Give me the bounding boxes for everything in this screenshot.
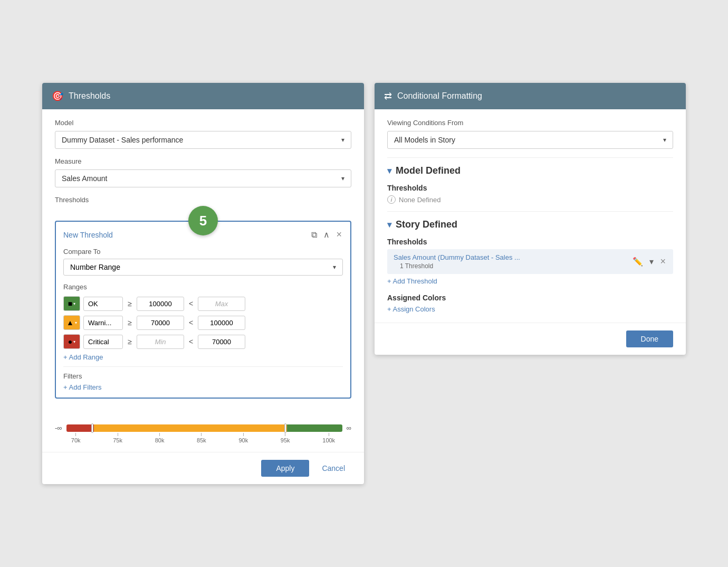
measure-label: Measure: [55, 157, 351, 165]
threshold-card-actions: ⧉ ∧ ×: [310, 228, 343, 241]
story-defined-section[interactable]: ▾ Story Defined: [387, 219, 673, 230]
viewing-conditions-dropdown[interactable]: All Models in Story ▾: [387, 131, 673, 149]
range-row-warning: ▲ ▾ ≥ <: [63, 315, 343, 330]
axis-tick-80k: 80k: [155, 433, 165, 443]
compare-to-dropdown[interactable]: Number Range ▾: [63, 259, 343, 276]
range-label-input-ok[interactable]: [83, 297, 123, 311]
right-panel-body: Viewing Conditions From All Models in St…: [375, 109, 686, 323]
delete-threshold-button[interactable]: ×: [335, 228, 343, 241]
story-defined-title: Story Defined: [396, 219, 457, 230]
measure-dropdown-chevron: ▾: [341, 175, 344, 182]
range-to-warning[interactable]: [198, 316, 245, 330]
range-op-gte-ok: ≥: [126, 299, 133, 308]
right-infinity-label: ∞: [347, 424, 351, 432]
range-from-warning[interactable]: [137, 316, 184, 330]
target-icon: 🎯: [52, 90, 63, 102]
model-defined-title: Model Defined: [396, 165, 461, 176]
bar-marker-left[interactable]: [91, 423, 93, 433]
range-op-gte-critical: ≥: [126, 337, 133, 346]
axis-tick-95k: 95k: [281, 433, 290, 443]
viewing-conditions-label: Viewing Conditions From: [387, 119, 673, 127]
range-to-ok[interactable]: [198, 297, 245, 311]
axis-labels: 70k 75k 80k 85k 90k 95k 100k: [55, 433, 351, 443]
copy-threshold-button[interactable]: ⧉: [310, 229, 318, 241]
range-op-gte-warning: ≥: [126, 318, 133, 327]
viewing-value: All Models in Story: [394, 136, 455, 144]
range-from-critical[interactable]: [137, 335, 184, 349]
range-row-critical: ● ▾ ≥ <: [63, 334, 343, 349]
conditional-formatting-header: ⇄ Conditional Formatting: [375, 83, 686, 109]
done-button[interactable]: Done: [626, 330, 673, 347]
assign-colors-button[interactable]: + Assign Colors: [387, 305, 435, 313]
assigned-colors-section: Assigned Colors + Assign Colors: [387, 294, 673, 313]
range-op-lt-critical: <: [187, 337, 195, 346]
model-dropdown[interactable]: Dummy Dataset - Sales performance ▾: [55, 131, 351, 149]
measure-dropdown[interactable]: Sales Amount ▾: [55, 169, 351, 187]
viewing-dropdown-chevron: ▾: [663, 136, 666, 144]
range-label-input-critical[interactable]: [83, 335, 123, 349]
range-color-ok[interactable]: ■ ▾: [63, 296, 80, 311]
compare-to-value: Number Range: [70, 263, 120, 271]
info-icon: i: [387, 195, 396, 204]
range-from-ok[interactable]: [137, 297, 184, 311]
right-panel-footer: Done: [375, 323, 686, 355]
model-defined-section[interactable]: ▾ Model Defined: [387, 165, 673, 176]
filters-label: Filters: [63, 372, 343, 380]
threshold-item-row: Sales Amount (Dummy Dataset - Sales ... …: [387, 249, 673, 274]
left-panel-footer: Apply Cancel: [42, 452, 364, 484]
compare-to-chevron: ▾: [333, 263, 336, 271]
ranges-label: Ranges: [63, 283, 343, 291]
threshold-card: New Threshold ⧉ ∧ × Compare To Number Ra…: [55, 221, 351, 399]
range-color-warning[interactable]: ▲ ▾: [63, 315, 80, 330]
axis-tick-90k: 90k: [238, 433, 248, 443]
delete-threshold-item-button[interactable]: ×: [659, 255, 667, 268]
collapse-threshold-button[interactable]: ∧: [322, 229, 331, 241]
range-color-critical[interactable]: ● ▾: [63, 334, 80, 349]
range-label-input-warning[interactable]: [83, 316, 123, 330]
axis-tick-75k: 75k: [113, 433, 122, 443]
gradient-bar-section: -∞ ∞ 70k 75k 80k: [42, 419, 364, 452]
threshold-card-title: New Threshold: [63, 231, 113, 239]
left-infinity-label: -∞: [55, 424, 62, 432]
threshold-item-name: Sales Amount (Dummy Dataset - Sales ...: [394, 253, 520, 261]
threshold-item-count: 1 Threshold: [394, 262, 520, 270]
axis-tick-70k: 70k: [71, 433, 81, 443]
model-value: Dummy Dataset - Sales performance: [62, 136, 183, 144]
story-defined-chevron: ▾: [387, 220, 391, 230]
measure-value: Sales Amount: [62, 174, 107, 183]
thresholds-panel-header: 🎯 Thresholds: [42, 83, 364, 109]
compare-to-label: Compare To: [63, 248, 343, 256]
model-label: Model: [55, 119, 351, 127]
add-filters-button[interactable]: + Add Filters: [63, 383, 102, 391]
range-row-ok: ■ ▾ ≥ <: [63, 296, 343, 311]
assigned-colors-label: Assigned Colors: [387, 294, 673, 302]
conditional-formatting-panel: ⇄ Conditional Formatting Viewing Conditi…: [375, 83, 686, 355]
threshold-count-badge: 5: [188, 206, 218, 235]
thresholds-section-label: Thresholds: [55, 196, 351, 204]
panel-title: Thresholds: [69, 91, 110, 101]
expand-threshold-item-button[interactable]: ▾: [648, 256, 655, 268]
conditional-formatting-icon: ⇄: [384, 90, 392, 102]
model-thresholds-label: Thresholds: [387, 184, 673, 192]
apply-button[interactable]: Apply: [261, 460, 309, 477]
axis-tick-85k: 85k: [197, 433, 206, 443]
axis-tick-100k: 100k: [322, 433, 335, 443]
right-panel-title: Conditional Formatting: [397, 91, 482, 101]
range-to-critical[interactable]: [198, 335, 245, 349]
none-defined-text: i None Defined: [387, 195, 673, 204]
gradient-bar: [66, 424, 342, 432]
model-dropdown-chevron: ▾: [341, 136, 344, 144]
edit-threshold-item-button[interactable]: ✏️: [631, 256, 644, 268]
cancel-button[interactable]: Cancel: [315, 460, 351, 477]
thresholds-panel: 🎯 Thresholds Model Dummy Dataset - Sales…: [42, 83, 364, 484]
range-op-lt-ok: <: [187, 299, 195, 308]
add-threshold-button[interactable]: + Add Threshold: [387, 277, 437, 285]
add-range-button[interactable]: + Add Range: [63, 353, 103, 361]
bar-marker-right[interactable]: [284, 423, 286, 433]
model-defined-chevron: ▾: [387, 166, 391, 176]
threshold-item-actions: ✏️ ▾ ×: [631, 255, 667, 268]
range-op-lt-warning: <: [187, 318, 195, 327]
story-thresholds-label: Thresholds: [387, 238, 673, 246]
